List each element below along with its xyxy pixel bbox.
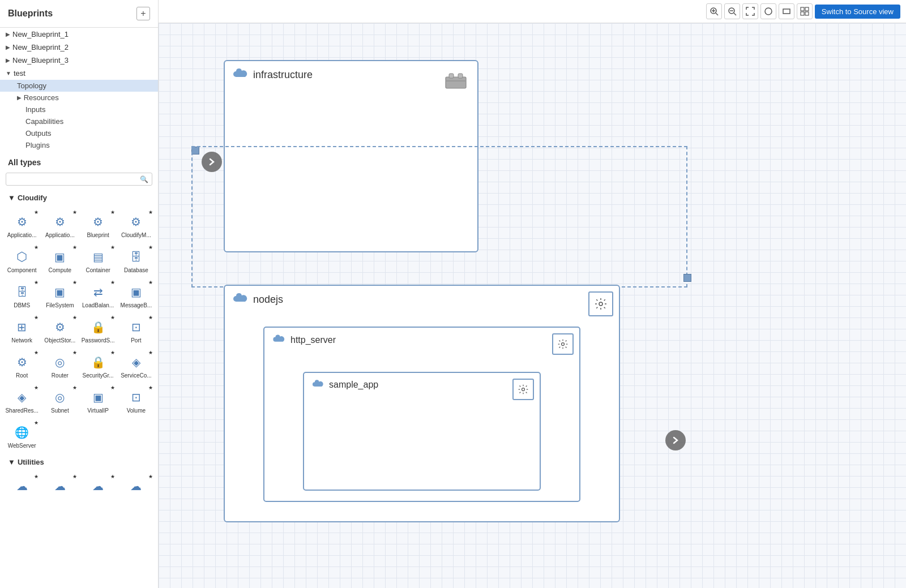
type-icon-subnet: ◎ <box>50 387 70 407</box>
search-input[interactable] <box>10 175 140 183</box>
type-icon-volume: ⊡ <box>126 387 146 407</box>
type-util1[interactable]: ★ ☁ <box>3 472 40 499</box>
type-icon-util4: ☁ <box>126 476 146 496</box>
type-passwords[interactable]: ★ 🔒 PasswordS... <box>80 313 117 347</box>
type-securitygr[interactable]: ★ 🔒 SecurityGr... <box>80 348 117 382</box>
expand-right-button[interactable] <box>665 430 686 450</box>
sidebar-item-topology[interactable]: Topology <box>0 80 158 92</box>
cloudify-arrow: ▼ <box>8 194 15 202</box>
type-root[interactable]: ★ ⚙ Root <box>3 348 40 382</box>
star-icon: ★ <box>34 385 39 390</box>
type-subnet[interactable]: ★ ◎ Subnet <box>41 383 78 417</box>
blueprint-item-3[interactable]: ▶ New_Blueprint_3 <box>0 54 158 67</box>
search-icon: 🔍 <box>140 175 148 183</box>
type-port[interactable]: ★ ⊡ Port <box>118 313 155 347</box>
type-icon-util3: ☁ <box>88 476 108 496</box>
type-objectstorage[interactable]: ★ ⚙ ObjectStor... <box>41 313 78 347</box>
http-server-title: http_server <box>290 335 336 345</box>
fit-view-button[interactable] <box>742 3 758 19</box>
type-dbms[interactable]: ★ 🗄 DBMS <box>3 278 40 312</box>
type-virtualip[interactable]: ★ ▣ VirtualIP <box>80 383 117 417</box>
sample-app-node[interactable]: sample_app <box>303 372 541 491</box>
selection-handle-tl[interactable] <box>191 147 199 154</box>
blueprint-item-2[interactable]: ▶ New_Blueprint_2 <box>0 41 158 54</box>
type-sharedres[interactable]: ★ ◈ SharedRes... <box>3 383 40 417</box>
type-network[interactable]: ★ ⊞ Network <box>3 313 40 347</box>
infrastructure-node[interactable]: infrastructure <box>224 60 478 252</box>
type-blueprint[interactable]: ★ ⚙ Blueprint <box>80 208 117 242</box>
blueprint-item-test[interactable]: ▼ test <box>0 67 158 80</box>
cloudify-types-grid: ★ ⚙ Applicatio... ★ ⚙ Applicatio... ★ ⚙ … <box>0 205 158 454</box>
infrastructure-header: infrastructure <box>225 61 477 86</box>
add-blueprint-button[interactable]: + <box>136 7 150 20</box>
zoom-in-button[interactable] <box>706 3 722 19</box>
star-icon: ★ <box>72 350 77 355</box>
star-icon: ★ <box>34 420 39 426</box>
type-volume[interactable]: ★ ⊡ Volume <box>118 383 155 417</box>
sidebar-item-resources[interactable]: ▶ Resources <box>0 92 158 104</box>
sidebar-item-plugins[interactable]: Plugins <box>0 139 158 151</box>
circle-tool-button[interactable] <box>760 3 776 19</box>
sidebar-item-inputs[interactable]: Inputs <box>0 104 158 115</box>
nodejs-gear-button[interactable] <box>588 291 613 316</box>
svg-rect-11 <box>801 12 804 15</box>
sample-app-gear-button[interactable] <box>512 379 534 400</box>
type-application1[interactable]: ★ ⚙ Applicatio... <box>3 208 40 242</box>
type-messageb[interactable]: ★ ▣ MessageB... <box>118 278 155 312</box>
star-icon: ★ <box>110 244 115 250</box>
star-icon: ★ <box>34 244 39 250</box>
svg-line-1 <box>716 13 718 15</box>
type-loadbalancer[interactable]: ★ ⇄ LoadBalan... <box>80 278 117 312</box>
star-icon: ★ <box>110 209 115 215</box>
expand-left-button[interactable] <box>202 152 222 172</box>
svg-point-18 <box>562 343 565 346</box>
sidebar-item-outputs[interactable]: Outputs <box>0 127 158 139</box>
type-webserver[interactable]: ★ 🌐 WebServer <box>3 418 40 452</box>
selection-handle-tr[interactable] <box>683 274 691 282</box>
type-util2[interactable]: ★ ☁ <box>41 472 78 499</box>
type-container[interactable]: ★ ▤ Container <box>80 243 117 277</box>
type-application2[interactable]: ★ ⚙ Applicatio... <box>41 208 78 242</box>
star-icon: ★ <box>72 244 77 250</box>
type-icon-router: ◎ <box>50 352 70 372</box>
nodejs-node[interactable]: nodejs http_server <box>224 285 620 522</box>
type-icon-database: 🗄 <box>126 247 146 267</box>
rect-tool-button[interactable] <box>779 3 794 19</box>
type-util3[interactable]: ★ ☁ <box>80 472 117 499</box>
star-icon: ★ <box>34 474 39 479</box>
type-router[interactable]: ★ ◎ Router <box>41 348 78 382</box>
utilities-category-header[interactable]: ▼ Utilities <box>0 454 158 470</box>
type-icon-filesystem: ▣ <box>50 282 70 302</box>
grid-tool-button[interactable] <box>797 3 813 19</box>
type-icon-application1: ⚙ <box>12 212 32 232</box>
svg-rect-15 <box>458 74 463 78</box>
zoom-out-button[interactable] <box>724 3 740 19</box>
type-icon-port: ⊡ <box>126 317 146 337</box>
blueprint-item-1[interactable]: ▶ New_Blueprint_1 <box>0 28 158 41</box>
type-icon-messageb: ▣ <box>126 282 146 302</box>
star-icon: ★ <box>110 350 115 355</box>
switch-source-button[interactable]: Switch to Source view <box>815 5 900 19</box>
all-types-section: All types <box>0 151 158 170</box>
nodejs-header: nodejs <box>225 286 619 311</box>
type-util4[interactable]: ★ ☁ <box>118 472 155 499</box>
cloudify-category-header[interactable]: ▼ Cloudify <box>0 190 158 205</box>
type-serviceco[interactable]: ★ ◈ ServiceCo... <box>118 348 155 382</box>
star-icon: ★ <box>148 350 153 355</box>
http-server-gear-button[interactable] <box>552 333 574 355</box>
type-icon-dbms: 🗄 <box>12 282 32 302</box>
http-server-node[interactable]: http_server <box>263 327 580 502</box>
canvas[interactable]: infrastructure <box>159 23 906 588</box>
type-database[interactable]: ★ 🗄 Database <box>118 243 155 277</box>
sidebar-item-capabilities[interactable]: Capabilities <box>0 115 158 127</box>
type-icon-network: ⊞ <box>12 317 32 337</box>
type-compute[interactable]: ★ ▣ Compute <box>41 243 78 277</box>
star-icon: ★ <box>72 474 77 479</box>
type-component[interactable]: ★ ⬡ Component <box>3 243 40 277</box>
star-icon: ★ <box>110 474 115 479</box>
type-cloudifym[interactable]: ★ ⚙ CloudifyM... <box>118 208 155 242</box>
sample-app-header: sample_app <box>304 373 540 394</box>
type-filesystem[interactable]: ★ ▣ FileSystem <box>41 278 78 312</box>
type-icon-util2: ☁ <box>50 476 70 496</box>
svg-rect-12 <box>805 12 809 15</box>
